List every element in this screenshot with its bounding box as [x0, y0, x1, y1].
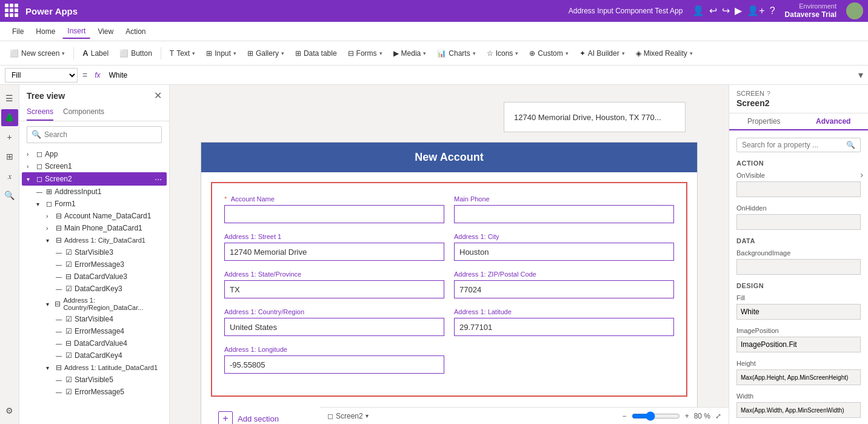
fit-screen-icon[interactable]: ⤢ [715, 412, 721, 420]
redo-icon[interactable]: ↪ [722, 5, 730, 16]
sidebar-close-icon[interactable]: ✕ [154, 90, 162, 101]
tree-item-addressinput1[interactable]: — ⊞ AddressInput1 [32, 186, 167, 198]
prop-search-input[interactable] [742, 141, 844, 149]
toolbar-input[interactable]: ⊞ Input ▾ [201, 47, 241, 60]
tree-item-starvisible3[interactable]: — ☑ StarVisible3 [51, 246, 167, 258]
tree-item-city-datacard1[interactable]: ▾ ⊟ Address 1: City_DataCard1 [41, 234, 167, 246]
tree-item-datacardkey4[interactable]: — ☑ DataCardKey4 [51, 349, 167, 362]
tree-item-datacardvalue3[interactable]: — ⊟ DataCardValue3 [51, 271, 167, 283]
strip-add-icon[interactable]: + [1, 129, 18, 146]
strip-tree-icon[interactable]: 🌲 [1, 109, 18, 126]
person-add-icon[interactable]: 👤+ [747, 5, 764, 16]
prop-input-width[interactable] [736, 402, 861, 418]
formula-expand-icon[interactable]: ▾ [858, 69, 863, 81]
strip-search-icon[interactable]: 🔍 [1, 187, 18, 204]
toolbar-charts[interactable]: 📊 Charts ▾ [432, 47, 480, 60]
right-panel-header: SCREEN ? Screen2 › [729, 85, 868, 113]
tree-item-starvisible5[interactable]: — ☑ StarVisible5 [51, 374, 167, 386]
tree-item-screen2[interactable]: ▾ ◻ Screen2 ··· [22, 172, 167, 186]
toolbar-datatable[interactable]: ⊞ Data table [290, 47, 342, 60]
toolbar-ai-builder[interactable]: ✦ AI Builder ▾ [575, 47, 630, 60]
sidebar-tab-components[interactable]: Components [63, 104, 104, 121]
input-state[interactable] [224, 280, 444, 298]
tree-item-datacardvalue4[interactable]: — ⊟ DataCardValue4 [51, 337, 167, 349]
sidebar-tab-screens[interactable]: Screens [27, 104, 53, 121]
tree-item-errormessage4[interactable]: — ☑ ErrorMessage4 [51, 325, 167, 337]
menu-action[interactable]: Action [121, 25, 150, 38]
minus-zoom-icon[interactable]: − [623, 412, 627, 420]
toolbar-button[interactable]: ⬜ Button [115, 47, 157, 60]
chevron-icon-8: ▾ [515, 50, 518, 56]
prop-input-bgimage[interactable] [736, 259, 861, 275]
zoom-slider[interactable] [632, 411, 680, 421]
canvas[interactable]: 12740 Memorial Drive, Houston, TX 770...… [170, 85, 729, 424]
menu-insert[interactable]: Insert [62, 24, 90, 39]
input-longitude[interactable] [224, 355, 444, 374]
panel-expand-icon[interactable]: › [860, 170, 863, 180]
chevron-icon-10: ▾ [622, 50, 625, 56]
tree-item-account-name-datacard1[interactable]: › ⊟ Account Name_DataCard1 [41, 210, 167, 222]
tree-item-app[interactable]: › ◻ App [22, 148, 167, 160]
prop-input-fill[interactable] [736, 304, 861, 320]
label-latitude: Address 1: Latitude [454, 308, 674, 315]
menu-home[interactable]: Home [31, 25, 60, 38]
datatable-icon: ⊞ [295, 49, 301, 58]
form-row-4: Address 1: Country/Region Address 1: Lat… [224, 308, 674, 336]
help-icon[interactable]: ? [770, 5, 775, 16]
toolbar-mixed-reality[interactable]: ◈ Mixed Reality ▾ [631, 47, 698, 60]
strip-var-icon[interactable]: 𝑥 [1, 167, 18, 184]
toolbar-forms[interactable]: ⊟ Forms ▾ [343, 47, 387, 60]
user-avatar[interactable] [846, 2, 863, 19]
toolbar-icons[interactable]: ☆ Icons ▾ [482, 47, 524, 60]
input-street1[interactable] [224, 243, 444, 261]
undo-icon[interactable]: ↩ [709, 5, 717, 16]
tab-properties[interactable]: Properties [729, 113, 799, 129]
more-icon-screen2[interactable]: ··· [155, 174, 162, 184]
tree-item-starvisible4[interactable]: — ☑ StarVisible4 [51, 313, 167, 325]
toolbar-media[interactable]: ▶ Media ▾ [389, 47, 432, 60]
waffle-icon[interactable] [5, 4, 19, 18]
toolbar-text[interactable]: T Text ▾ [165, 47, 200, 60]
plus-zoom-icon[interactable]: + [685, 412, 689, 420]
strip-menu-icon[interactable]: ☰ [1, 90, 18, 107]
input-country[interactable] [224, 318, 444, 336]
toolbar-label[interactable]: A Label [78, 46, 113, 60]
tab-advanced[interactable]: Advanced [799, 113, 869, 129]
tree-label-app: App [45, 150, 58, 158]
toolbar-gallery[interactable]: ⊞ Gallery ▾ [242, 47, 289, 60]
tree-item-latitude-datacard1[interactable]: ▾ ⊟ Address 1: Latitude_DataCard1 [41, 362, 167, 374]
input-city[interactable] [454, 243, 674, 261]
bottom-chevron-icon[interactable]: ▾ [366, 412, 369, 419]
input-latitude[interactable] [454, 318, 674, 336]
prop-input-onvisible[interactable] [736, 181, 861, 197]
prop-input-onhidden[interactable] [736, 214, 861, 230]
search-input[interactable] [27, 126, 162, 143]
input-main-phone[interactable] [454, 205, 674, 223]
input-account-name[interactable] [224, 205, 444, 223]
toolbar-custom[interactable]: ⊕ Custom ▾ [524, 47, 573, 60]
prop-bgimage: BackgroundImage [736, 249, 861, 275]
menu-view[interactable]: View [93, 25, 118, 38]
menu-file[interactable]: File [7, 25, 28, 38]
tree-item-errormessage3[interactable]: — ☑ ErrorMessage3 [51, 258, 167, 271]
tree-item-country-datacard[interactable]: ▾ ⊟ Address 1: Country/Region_DataCar... [41, 295, 167, 313]
chevron-icon-3: ▾ [233, 50, 236, 56]
strip-data-icon[interactable]: ⊞ [1, 148, 18, 165]
toolbar: ⬜ New screen ▾ A Label ⬜ Button T Text ▾… [0, 41, 868, 66]
screen2-icon: ◻ [36, 175, 42, 183]
prop-input-height[interactable] [736, 369, 861, 385]
input-zip[interactable] [454, 280, 674, 298]
tree-item-main-phone-datacard1[interactable]: › ⊟ Main Phone_DataCard1 [41, 222, 167, 234]
prop-input-imageposition[interactable] [736, 337, 861, 352]
play-icon[interactable]: ▶ [735, 5, 742, 16]
formula-input[interactable] [105, 68, 856, 82]
toolbar-new-screen[interactable]: ⬜ New screen ▾ [5, 47, 70, 60]
form1-icon: ◻ [46, 200, 52, 208]
user-icon[interactable]: 👤 [692, 5, 704, 16]
tree-item-form1[interactable]: ▾ ◻ Form1 [32, 198, 167, 210]
tree-item-datacardkey3[interactable]: — ☑ DataCardKey3 [51, 283, 167, 295]
tree-item-errormessage5[interactable]: — ☑ ErrorMessage5 [51, 386, 167, 398]
strip-settings-icon[interactable]: ⚙ [1, 402, 18, 419]
tree-item-screen1[interactable]: › ◻ Screen1 [22, 160, 167, 172]
formula-selector[interactable]: Fill [5, 68, 78, 82]
